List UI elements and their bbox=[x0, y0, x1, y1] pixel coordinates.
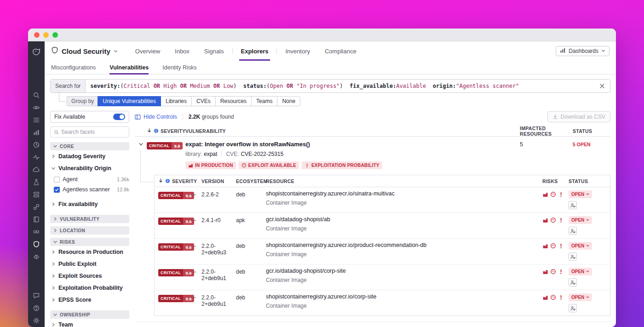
resource-row[interactable]: CRITICAL9.8 — 2.2.0-2+deb9u3 deb shopist… bbox=[155, 239, 610, 264]
minimize-window-button[interactable] bbox=[43, 32, 49, 38]
group-by-libraries[interactable]: Libraries bbox=[161, 96, 192, 106]
column-severity[interactable]: SEVERITY bbox=[172, 178, 197, 184]
status-dropdown[interactable]: OPEN bbox=[569, 268, 592, 275]
nav-compliance[interactable]: Compliance bbox=[325, 41, 356, 61]
facet-option-agent[interactable]: Agent 1.36k bbox=[50, 174, 129, 184]
close-window-button[interactable] bbox=[34, 32, 40, 38]
assign-user-button[interactable] bbox=[569, 278, 577, 287]
facet-header-vulnerability[interactable]: VULNERABILITY bbox=[50, 215, 129, 223]
fix-available-toggle[interactable] bbox=[113, 114, 125, 120]
layers-icon[interactable] bbox=[33, 191, 40, 198]
group-by-unique-vulnerabilities[interactable]: Unique Vulnerabilities bbox=[98, 96, 161, 106]
help-icon[interactable] bbox=[33, 304, 40, 312]
column-status[interactable]: STATUS bbox=[569, 128, 610, 134]
library-name[interactable]: expat bbox=[204, 151, 217, 157]
facet-public-exploit[interactable]: Public Exploit bbox=[50, 258, 129, 270]
search-bar[interactable]: Search for severity:(Critical OR High OR… bbox=[50, 79, 610, 93]
column-ecosystem[interactable]: ECOSYSTEM bbox=[236, 178, 266, 184]
infinity-icon[interactable] bbox=[33, 228, 40, 235]
nav-explorers[interactable]: Explorers bbox=[241, 41, 269, 61]
link-icon[interactable] bbox=[33, 203, 40, 211]
resource-row[interactable]: CRITICAL9.8 — 2.2.6-2 deb shopistcontain… bbox=[155, 187, 610, 213]
facet-option-agentless-scanner[interactable]: Agentless scanner 12.8k bbox=[50, 184, 129, 195]
assign-user-button[interactable] bbox=[569, 304, 577, 312]
column-risks[interactable]: RISKS bbox=[542, 178, 569, 184]
resource-name[interactable]: gcr.io/datadog-shopist/corp-site bbox=[266, 268, 542, 274]
facet-search[interactable] bbox=[50, 126, 129, 138]
resource-name[interactable]: shopistcontainerregistry.azurecr.io/sina… bbox=[266, 190, 542, 197]
resource-row[interactable]: CRITICAL9.8 — 2.2.0-2+deb9u1 deb gcr.io/… bbox=[155, 264, 610, 290]
checkbox-unchecked[interactable] bbox=[54, 177, 60, 183]
facet-epss-score[interactable]: EPSS Score bbox=[50, 294, 129, 306]
sort-descending-icon[interactable] bbox=[147, 128, 152, 134]
resource-row[interactable]: CRITICAL9.8 — 2.2.0-2+deb9u1 deb shopist… bbox=[155, 290, 610, 316]
search-query-input[interactable]: severity:(Critical OR High OR Medium OR … bbox=[86, 83, 594, 89]
checkbox-checked[interactable] bbox=[54, 187, 60, 193]
column-severity[interactable]: SEVERITY bbox=[161, 128, 185, 134]
group-by-resources[interactable]: Resources bbox=[215, 96, 252, 106]
collapse-group-icon[interactable] bbox=[138, 142, 144, 147]
notebook-icon[interactable] bbox=[33, 216, 40, 223]
resource-row[interactable]: CRITICAL9.8 — 2.4.1-r0 apk gcr.io/datado… bbox=[155, 213, 610, 239]
info-icon[interactable] bbox=[154, 128, 159, 133]
settings-gear-icon[interactable] bbox=[33, 317, 40, 324]
download-csv-button[interactable]: Download as CSV bbox=[547, 111, 610, 122]
maximize-window-button[interactable] bbox=[52, 32, 58, 38]
facet-exploit-sources[interactable]: Exploit Sources bbox=[50, 270, 129, 282]
product-switcher[interactable]: Cloud Security bbox=[51, 46, 118, 56]
facet-resource-in-production[interactable]: Resource in Production bbox=[50, 246, 129, 258]
sort-descending-icon[interactable] bbox=[158, 178, 163, 184]
facet-vulnerability-origin[interactable]: Vulnerability Origin bbox=[50, 162, 129, 174]
vulnerability-title[interactable]: expat: Integer overflow in storeRawNames… bbox=[185, 141, 516, 148]
apm-pulse-icon[interactable] bbox=[33, 154, 40, 161]
group-by-cves[interactable]: CVEs bbox=[191, 96, 216, 106]
cloud-icon[interactable] bbox=[33, 166, 40, 173]
search-icon[interactable] bbox=[33, 92, 40, 99]
column-impacted-resources[interactable]: IMPACTED RESOURCES bbox=[516, 126, 569, 137]
column-resource[interactable]: RESOURCE bbox=[266, 178, 542, 184]
logs-icon[interactable] bbox=[33, 116, 40, 124]
status-dropdown[interactable]: OPEN bbox=[569, 190, 592, 198]
facet-fix-availability[interactable]: Fix availability bbox=[50, 198, 129, 210]
group-by-none[interactable]: None bbox=[277, 96, 300, 106]
flask-icon[interactable] bbox=[33, 178, 40, 186]
pie-chart-icon[interactable] bbox=[33, 141, 40, 149]
info-icon[interactable] bbox=[165, 178, 170, 184]
facet-header-core[interactable]: CORE bbox=[50, 142, 129, 150]
status-dropdown[interactable]: OPEN bbox=[569, 216, 592, 224]
watchdog-icon[interactable] bbox=[33, 104, 40, 111]
column-vulnerability[interactable]: VULNERABILITY bbox=[185, 128, 516, 134]
dashboards-button[interactable]: Dashboards bbox=[556, 46, 610, 56]
assign-user-button[interactable] bbox=[569, 201, 577, 209]
resource-name[interactable]: shopistcontainerregistry.azurecr.io/prod… bbox=[266, 242, 542, 248]
cve-id[interactable]: CVE-2022-25315 bbox=[241, 151, 283, 157]
status-dropdown[interactable]: OPEN bbox=[569, 242, 592, 250]
assign-user-button[interactable] bbox=[569, 227, 577, 235]
clear-search-icon[interactable] bbox=[599, 83, 605, 89]
facet-header-ownership[interactable]: OWNERSHIP bbox=[50, 310, 129, 319]
nav-signals[interactable]: Signals bbox=[204, 41, 224, 61]
bug-icon[interactable] bbox=[33, 253, 40, 260]
facet-team[interactable]: Team bbox=[50, 319, 129, 327]
assign-user-button[interactable] bbox=[569, 252, 577, 261]
nav-inbox[interactable]: Inbox bbox=[175, 41, 190, 61]
chat-icon[interactable] bbox=[33, 292, 40, 299]
tab-misconfigurations[interactable]: Misconfigurations bbox=[51, 61, 96, 74]
tab-identity-risks[interactable]: Identity Risks bbox=[162, 61, 196, 74]
facet-datadog-severity[interactable]: Datadog Severity bbox=[50, 150, 129, 162]
resource-name[interactable]: gcr.io/datadog-shopist/ab bbox=[266, 216, 542, 223]
tab-vulnerabilities[interactable]: Vulnerabilities bbox=[109, 61, 149, 74]
nav-inventory[interactable]: Inventory bbox=[285, 41, 310, 61]
column-version[interactable]: VERSION bbox=[201, 178, 236, 184]
facet-header-location[interactable]: LOCATION bbox=[50, 226, 129, 235]
group-by-teams[interactable]: Teams bbox=[251, 96, 277, 106]
facet-header-risks[interactable]: RISKS bbox=[50, 238, 129, 246]
status-dropdown[interactable]: OPEN bbox=[569, 293, 592, 301]
hide-controls-button[interactable]: Hide Controls bbox=[135, 114, 177, 120]
facet-exploitation-probability[interactable]: Exploitation Probability bbox=[50, 282, 129, 294]
facet-search-input[interactable] bbox=[61, 129, 126, 135]
nav-overview[interactable]: Overview bbox=[135, 41, 160, 61]
metrics-icon[interactable] bbox=[33, 129, 40, 136]
security-shield-icon[interactable] bbox=[33, 241, 40, 248]
datadog-logo[interactable] bbox=[31, 47, 41, 59]
